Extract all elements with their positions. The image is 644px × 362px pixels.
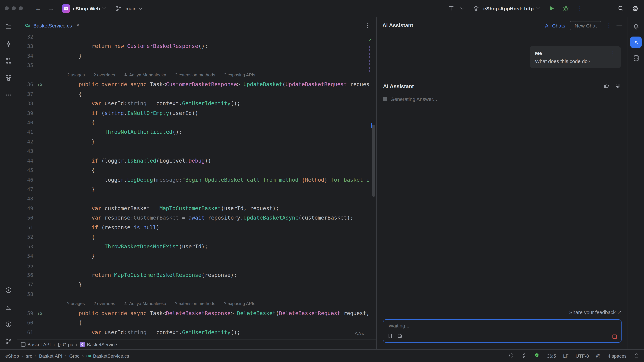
pull-requests-tool-icon[interactable] <box>4 57 12 65</box>
status-indicator-icon[interactable] <box>509 353 514 359</box>
commit-tool-icon[interactable] <box>4 39 12 48</box>
gutter[interactable] <box>33 290 66 299</box>
gutter[interactable] <box>33 318 66 328</box>
code-line[interactable]: 56 return MapToCustomerBasketResponse(re… <box>17 271 376 280</box>
more-tool-windows-icon[interactable] <box>4 91 12 99</box>
code-line[interactable]: 38 var userId:string = context.GetUserId… <box>17 99 376 108</box>
gutter[interactable] <box>33 147 66 156</box>
line-number[interactable]: 54 <box>17 251 33 261</box>
thumbs-down-icon[interactable] <box>615 83 621 90</box>
gutter[interactable] <box>33 137 66 147</box>
tab-basketservice[interactable]: C# BasketService.cs × <box>20 17 84 34</box>
line-number[interactable]: 60 <box>17 318 33 328</box>
gutter[interactable] <box>33 328 66 337</box>
line-number[interactable]: 58 <box>17 290 33 299</box>
code-line[interactable]: 61 var userId:string = context.GetUserId… <box>17 328 376 337</box>
back-button[interactable]: ← <box>34 5 43 12</box>
line-number[interactable]: 50 <box>17 213 33 223</box>
code-line[interactable]: 52 { <box>17 232 376 242</box>
code-vision-item[interactable]: ? usages <box>67 299 85 309</box>
breadcrumb-item[interactable]: {}Grpc <box>58 342 73 347</box>
code-line[interactable]: 53 ThrowBasketDoesNotExist(userId); <box>17 242 376 251</box>
path-item[interactable]: Grpc <box>69 353 80 359</box>
gutter[interactable] <box>33 251 66 261</box>
at-status-icon[interactable]: @ <box>596 353 600 359</box>
gutter[interactable] <box>33 261 66 271</box>
settings-button[interactable] <box>630 4 639 13</box>
vcs-branch-widget[interactable]: main <box>112 2 144 14</box>
power-mode-icon[interactable] <box>522 353 527 359</box>
code-line[interactable]: 32 <box>17 34 376 42</box>
project-tool-icon[interactable] <box>4 22 12 30</box>
breadcrumb-item[interactable]: CBasketService <box>80 342 117 347</box>
code-line[interactable]: 48 <box>17 194 376 204</box>
save-prompt-icon[interactable] <box>397 333 402 340</box>
code-line[interactable]: 57 } <box>17 280 376 290</box>
code-line[interactable]: 51 if (response is null) <box>17 223 376 232</box>
path-item[interactable]: Basket.API <box>39 353 62 359</box>
path-item[interactable]: eShop <box>5 353 19 359</box>
line-number[interactable]: 44 <box>17 156 33 166</box>
code-vision-item[interactable]: ? overrides <box>94 299 115 309</box>
gutter[interactable] <box>33 108 66 118</box>
gutter[interactable] <box>33 280 66 290</box>
search-everywhere-button[interactable] <box>616 4 625 13</box>
inspections-ok-icon[interactable]: ✓ <box>368 37 372 43</box>
gutter[interactable]: ↑o <box>33 309 66 318</box>
line-number[interactable]: 32 <box>17 34 33 42</box>
gutter[interactable] <box>33 51 66 61</box>
message-options-icon[interactable]: ⋮ <box>610 50 616 56</box>
gutter[interactable] <box>33 61 66 70</box>
path-item[interactable]: src <box>26 353 32 359</box>
code-line[interactable]: 33 return new CustomerBasketResponse(); <box>17 42 376 51</box>
line-number[interactable]: 40 <box>17 118 33 128</box>
line-number[interactable]: 51 <box>17 223 33 232</box>
line-number[interactable]: 37 <box>17 89 33 99</box>
code-line[interactable]: 49 var customerBasket = MapToCustomerBas… <box>17 204 376 213</box>
thumbs-up-icon[interactable] <box>604 83 610 90</box>
code-line[interactable]: 60 { <box>17 318 376 328</box>
window-close-button[interactable] <box>5 6 9 10</box>
gutter[interactable] <box>33 42 66 51</box>
all-chats-link[interactable]: All Chats <box>545 23 565 28</box>
notifications-bell-icon[interactable] <box>632 22 640 30</box>
code-vision-item[interactable]: ? exposing APIs <box>224 70 255 80</box>
gutter[interactable] <box>33 166 66 175</box>
forward-button[interactable]: → <box>46 5 56 12</box>
code-line[interactable]: 45 { <box>17 166 376 175</box>
line-number[interactable]: 35 <box>17 61 33 70</box>
file-encoding[interactable]: UTF-8 <box>576 353 589 359</box>
structure-tool-icon[interactable] <box>4 74 12 82</box>
line-number[interactable]: 52 <box>17 232 33 242</box>
line-number[interactable]: 61 <box>17 328 33 337</box>
line-number[interactable]: 53 <box>17 242 33 251</box>
run-button[interactable] <box>548 4 556 13</box>
code-vision-item[interactable]: ? usages <box>67 70 85 80</box>
line-number[interactable]: 49 <box>17 204 33 213</box>
code-line[interactable]: 47 } <box>17 185 376 194</box>
code-vision-item[interactable]: Aditya Mandaleeka <box>124 299 166 309</box>
stop-generation-button[interactable] <box>612 334 617 339</box>
code-line[interactable]: 46 logger.LogDebug(message:"Begin Update… <box>17 175 376 185</box>
code-line[interactable]: 42 } <box>17 137 376 147</box>
code-line[interactable]: 44 if (logger.IsEnabled(LogLevel.Debug)) <box>17 156 376 166</box>
code-line[interactable]: 37 { <box>17 89 376 99</box>
run-configuration-widget[interactable]: eShop.AppHost: http <box>469 2 542 14</box>
gutter[interactable] <box>33 204 66 213</box>
project-widget[interactable]: ES eShop.Web <box>59 2 108 14</box>
line-number[interactable]: 41 <box>17 128 33 137</box>
code-vision-item[interactable]: ? extension methods <box>175 299 215 309</box>
caret-position[interactable]: 36:5 <box>547 353 556 359</box>
gutter[interactable] <box>33 99 66 108</box>
feedback-link[interactable]: Share your feedback ↗ <box>569 309 622 315</box>
code-line[interactable]: 34 } <box>17 51 376 61</box>
line-number[interactable]: 34 <box>17 51 33 61</box>
path-item[interactable]: C#BasketService.cs <box>86 353 129 359</box>
gutter[interactable] <box>33 89 66 99</box>
override-gutter-icon[interactable]: ↑o <box>37 82 42 87</box>
code-line[interactable]: 55 <box>17 261 376 271</box>
editor-scrollbar[interactable] <box>372 125 375 197</box>
close-tab-icon[interactable]: × <box>76 22 80 29</box>
git-tool-icon[interactable] <box>4 337 12 345</box>
line-number[interactable]: 43 <box>17 147 33 156</box>
